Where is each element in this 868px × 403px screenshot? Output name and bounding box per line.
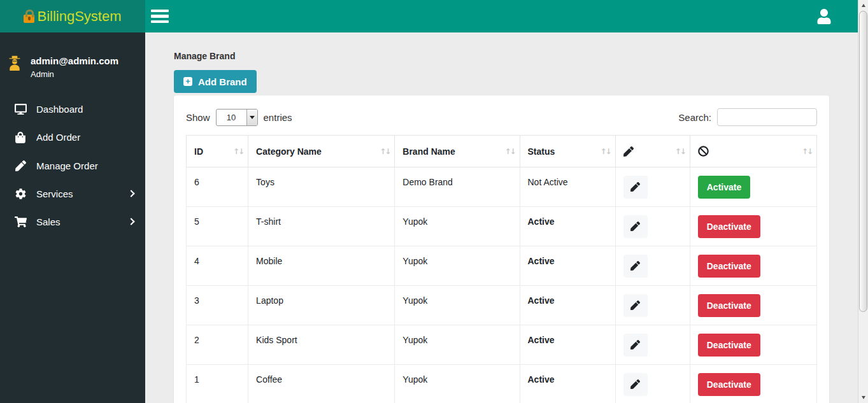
sidebar-item-services[interactable]: Services [0, 180, 145, 208]
sidebar-item-label: Sales [36, 216, 60, 227]
chevron-right-icon [127, 190, 134, 197]
column-header-activation[interactable]: ↑↓ [690, 136, 816, 167]
table-row: 6 Toys Demo Brand Not Active Activate [187, 167, 817, 207]
sidebar-item-label: Add Order [36, 132, 80, 143]
brand-logo[interactable]: BillingSystem [0, 0, 145, 32]
cell-brand: Yupok [395, 246, 520, 286]
cell-status: Active [520, 365, 615, 403]
pencil-icon [630, 379, 640, 389]
column-header-id[interactable]: ID ↑↓ [187, 136, 248, 167]
cell-status: Active [520, 207, 615, 246]
edit-button[interactable] [623, 334, 648, 357]
cell-category: Kids Sport [248, 325, 395, 365]
pencil-icon [623, 146, 673, 157]
column-header-label: Brand Name [402, 146, 455, 157]
plus-square-icon: + [183, 77, 192, 86]
edit-button[interactable] [623, 215, 648, 238]
cell-id: 2 [187, 325, 248, 365]
column-header-label: Status [528, 146, 555, 157]
cell-status: Active [520, 286, 615, 325]
sidebar-toggle-button[interactable] [151, 4, 179, 29]
cell-category: Coffee [248, 365, 395, 403]
sort-icon: ↑↓ [380, 147, 390, 156]
cell-status: Active [520, 246, 615, 286]
search-input[interactable] [717, 108, 817, 126]
sidebar-item-label: Manage Order [36, 160, 98, 171]
cell-id: 6 [187, 167, 248, 207]
edit-button[interactable] [623, 294, 648, 317]
sidebar: admin@admin.com Admin Dashboard Add Orde… [0, 32, 145, 403]
pencil-icon [630, 222, 640, 231]
column-header-label: ID [194, 146, 203, 157]
cell-id: 3 [187, 286, 248, 325]
caret-down-icon [250, 116, 255, 119]
cell-id: 4 [187, 246, 248, 286]
table-row: 1 Coffee Yupok Active Deactivate [187, 365, 817, 403]
cell-id: 1 [187, 365, 248, 403]
top-navbar: BillingSystem [0, 0, 858, 32]
sort-icon: ↑↓ [675, 147, 685, 156]
show-label: Show [186, 112, 210, 123]
add-brand-button[interactable]: + Add Brand [174, 70, 257, 93]
column-header-category[interactable]: Category Name ↑↓ [248, 136, 395, 167]
vertical-scrollbar[interactable] [858, 0, 868, 403]
deactivate-button[interactable]: Deactivate [698, 373, 760, 396]
deactivate-button[interactable]: Deactivate [698, 334, 760, 357]
page-length-value: 10 [217, 110, 246, 125]
shopping-bag-icon [14, 132, 27, 143]
sort-icon: ↑↓ [504, 147, 515, 156]
sidebar-item-dashboard[interactable]: Dashboard [0, 95, 145, 123]
table-row: 3 Laptop Yupok Active Deactivate [187, 286, 817, 325]
scrollbar-thumb[interactable] [859, 11, 867, 312]
pencil-icon [630, 261, 640, 271]
ban-icon [698, 146, 800, 157]
cell-brand: Demo Brand [395, 167, 520, 207]
pencil-icon [630, 182, 640, 192]
user-menu-button[interactable] [816, 9, 832, 24]
column-header-edit[interactable]: ↑↓ [615, 136, 690, 167]
cogs-icon [14, 188, 27, 199]
sidebar-item-manage-order[interactable]: Manage Order [0, 152, 145, 180]
activate-button[interactable]: Activate [698, 176, 750, 199]
cell-brand: Yupok [395, 325, 520, 365]
page-length-select[interactable]: 10 [216, 109, 258, 126]
cell-category: Toys [248, 167, 395, 207]
cell-status: Not Active [520, 167, 615, 207]
search-label: Search: [678, 112, 711, 123]
scrollbar-down-button[interactable] [858, 392, 868, 403]
pencil-icon [14, 160, 27, 171]
cell-status: Active [520, 325, 615, 365]
sort-icon: ↑↓ [233, 147, 243, 156]
scrollbar-up-button[interactable] [858, 0, 868, 11]
app-window: BillingSystem [0, 0, 868, 403]
deactivate-button[interactable]: Deactivate [698, 215, 760, 238]
edit-button[interactable] [623, 373, 648, 396]
select-arrow-button[interactable] [246, 110, 257, 125]
brand-table-card: Show 10 entries Search: [174, 95, 829, 403]
edit-button[interactable] [623, 255, 648, 278]
shopping-cart-icon [14, 216, 27, 227]
deactivate-button[interactable]: Deactivate [698, 294, 760, 317]
column-header-brand[interactable]: Brand Name ↑↓ [395, 136, 520, 167]
table-header-row: ID ↑↓ Category Name ↑↓ Brand Name ↑↓ S [187, 136, 817, 167]
edit-button[interactable] [623, 176, 648, 199]
table-row: 5 T-shirt Yupok Active Deactivate [187, 207, 817, 246]
sort-icon: ↑↓ [601, 147, 611, 156]
sidebar-item-label: Dashboard [36, 104, 83, 115]
deactivate-button[interactable]: Deactivate [698, 255, 760, 278]
column-header-label: Category Name [256, 146, 322, 157]
cell-brand: Yupok [395, 365, 520, 403]
page-title: Manage Brand [174, 51, 858, 61]
user-role: Admin [31, 69, 118, 79]
chevron-right-icon [127, 218, 134, 225]
pencil-icon [630, 300, 640, 310]
sidebar-item-add-order[interactable]: Add Order [0, 123, 145, 152]
sort-icon: ↑↓ [802, 147, 812, 156]
user-icon [816, 9, 832, 24]
column-header-status[interactable]: Status ↑↓ [520, 136, 615, 167]
sidebar-item-sales[interactable]: Sales [0, 208, 145, 236]
desktop-icon [14, 104, 27, 115]
add-brand-label: Add Brand [198, 76, 247, 87]
sidebar-item-label: Services [36, 188, 73, 199]
table-controls: Show 10 entries Search: [186, 108, 817, 126]
